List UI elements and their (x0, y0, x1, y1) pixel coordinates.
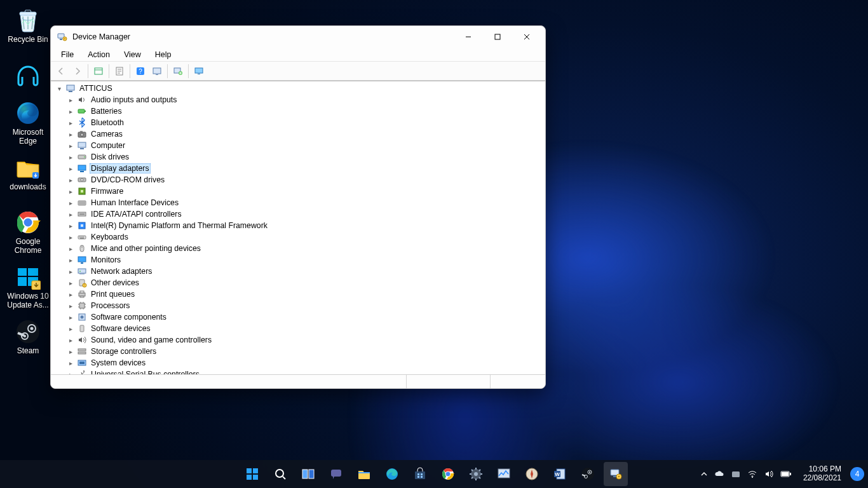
tree-category[interactable]: ▸ Cameras (52, 128, 540, 140)
taskbar-start-icon[interactable] (240, 462, 264, 486)
chevron-right-icon[interactable]: ▸ (66, 233, 75, 241)
menu-file[interactable]: File (55, 49, 80, 60)
menu-view[interactable]: View (118, 49, 147, 60)
toolbar-update-driver[interactable] (170, 64, 186, 79)
tree-category[interactable]: ▸ Universal Serial Bus controllers (52, 369, 540, 374)
tree-category[interactable]: ▸ Print queues (52, 288, 540, 300)
taskbar-device-manager-icon[interactable] (604, 462, 628, 486)
desktop-icon-win10-update[interactable]: Windows 10 Update As... (3, 259, 53, 314)
chevron-right-icon[interactable]: ▸ (66, 336, 75, 344)
taskbar-steam-icon[interactable] (576, 462, 600, 486)
tree-category[interactable]: ▸ Audio inputs and outputs (52, 94, 540, 105)
taskbar-settings-icon[interactable] (464, 462, 488, 486)
tree-category[interactable]: ▸ ! Other devices (52, 277, 540, 288)
chevron-right-icon[interactable]: ▸ (66, 210, 75, 219)
tray-teams-icon[interactable] (731, 469, 741, 479)
chevron-right-icon[interactable]: ▸ (66, 198, 75, 207)
tree-category[interactable]: ▸ Batteries (52, 105, 540, 117)
chevron-down-icon[interactable]: ▾ (55, 84, 64, 93)
taskbar-search-icon[interactable] (268, 462, 292, 486)
chevron-right-icon[interactable]: ▸ (66, 130, 75, 139)
taskbar-file-explorer-icon[interactable] (352, 462, 376, 486)
chevron-right-icon[interactable]: ▸ (66, 347, 75, 356)
desktop-icon-edge[interactable]: Microsoft Edge (3, 95, 53, 150)
toolbar-back[interactable] (53, 64, 69, 79)
chevron-right-icon[interactable]: ▸ (66, 313, 75, 322)
chevron-right-icon[interactable]: ▸ (66, 118, 75, 127)
desktop-icon-recycle-bin[interactable]: Recycle Bin (3, 3, 53, 57)
close-button[interactable] (512, 27, 541, 46)
tree-category[interactable]: ▸ Display adapters (52, 163, 540, 174)
menu-help[interactable]: Help (149, 49, 178, 60)
tree-category[interactable]: ▸ System devices (52, 357, 540, 369)
desktop-icon-downloads[interactable]: downloads (3, 150, 53, 205)
tree-category[interactable]: ▸ Keyboards (52, 231, 540, 243)
tree-category[interactable]: ▸ Sound, video and game controllers (52, 334, 540, 346)
tree-root[interactable]: ▾ ATTICUS (52, 83, 540, 94)
tree-category[interactable]: ▸ Software components (52, 311, 540, 323)
chevron-right-icon[interactable]: ▸ (66, 290, 75, 299)
taskbar-chat-icon[interactable] (324, 462, 348, 486)
tree-category[interactable]: ▸ IDE ATA/ATAPI controllers (52, 208, 540, 220)
taskbar-edge-icon[interactable] (380, 462, 404, 486)
chevron-right-icon[interactable]: ▸ (66, 164, 75, 173)
maximize-button[interactable] (483, 27, 512, 46)
desktop-icon-steam[interactable]: Steam (3, 314, 53, 369)
chevron-right-icon[interactable]: ▸ (66, 370, 75, 374)
menu-action[interactable]: Action (81, 49, 116, 60)
toolbar-properties[interactable] (112, 64, 127, 79)
tray-volume-icon[interactable] (764, 469, 774, 479)
chevron-right-icon[interactable]: ▸ (66, 187, 75, 196)
tree-category[interactable]: ▸ Software devices (52, 323, 540, 334)
taskbar-task-view-icon[interactable] (296, 462, 320, 486)
chevron-right-icon[interactable]: ▸ (66, 221, 75, 230)
minimize-button[interactable] (454, 27, 483, 46)
tree-category[interactable]: ▸ Bluetooth (52, 117, 540, 128)
taskbar-process-explorer-icon[interactable] (492, 462, 516, 486)
tray-wifi-icon[interactable] (747, 469, 757, 479)
svg-rect-60 (79, 293, 85, 296)
chevron-right-icon[interactable]: ▸ (66, 324, 75, 333)
tree-category[interactable]: ▸ Network adapters (52, 266, 540, 277)
device-tree[interactable]: ▾ ATTICUS ▸ Audio inputs and outputs ▸ B… (51, 81, 545, 374)
toolbar-refresh[interactable] (149, 64, 165, 79)
chevron-right-icon[interactable]: ▸ (66, 152, 75, 161)
chevron-right-icon[interactable]: ▸ (66, 267, 75, 276)
tree-category[interactable]: ▸ Mice and other pointing devices (52, 243, 540, 254)
desktop-icon-chrome[interactable]: Google Chrome (3, 205, 53, 259)
tree-category[interactable]: ▸ Monitors (52, 254, 540, 266)
tree-category[interactable]: ▸ Human Interface Devices (52, 197, 540, 208)
tree-category[interactable]: ▸ DVD/CD-ROM drives (52, 174, 540, 186)
taskbar-word-icon[interactable]: W (548, 462, 572, 486)
chevron-right-icon[interactable]: ▸ (66, 358, 75, 367)
tree-category[interactable]: ▸ Processors (52, 300, 540, 311)
chevron-right-icon[interactable]: ▸ (66, 244, 75, 253)
tray-chevron-up-icon[interactable] (700, 470, 708, 478)
tree-category[interactable]: ▸ Firmware (52, 186, 540, 197)
toolbar-forward[interactable] (70, 64, 85, 79)
tree-category[interactable]: ▸ Intel(R) Dynamic Platform and Thermal … (52, 220, 540, 231)
chevron-right-icon[interactable]: ▸ (66, 175, 75, 184)
tree-category[interactable]: ▸ Computer (52, 140, 540, 151)
toolbar-scan-hardware[interactable] (191, 64, 207, 79)
tray-battery-icon[interactable] (780, 470, 792, 478)
chevron-right-icon[interactable]: ▸ (66, 107, 75, 116)
taskbar-microsoft-store-icon[interactable] (408, 462, 432, 486)
titlebar[interactable]: Device Manager (51, 26, 545, 48)
tray-onedrive-icon[interactable] (714, 469, 724, 479)
taskbar-chrome-icon[interactable] (436, 462, 460, 486)
toolbar-show-hidden[interactable] (91, 64, 106, 79)
chevron-right-icon[interactable]: ▸ (66, 95, 75, 104)
chevron-right-icon[interactable]: ▸ (66, 141, 75, 150)
taskbar-clock[interactable]: 10:06 PM 22/08/2021 (798, 465, 846, 483)
window-buttons (454, 27, 541, 46)
taskbar-compass-icon[interactable] (520, 462, 544, 486)
chevron-right-icon[interactable]: ▸ (66, 301, 75, 310)
tree-category[interactable]: ▸ Disk drives (52, 151, 540, 163)
notification-badge[interactable]: 4 (850, 467, 864, 481)
toolbar-help[interactable]: ? (133, 64, 148, 79)
chevron-right-icon[interactable]: ▸ (66, 278, 75, 287)
chevron-right-icon[interactable]: ▸ (66, 255, 75, 264)
tree-category[interactable]: ▸ Storage controllers (52, 346, 540, 357)
desktop-icon-audacity[interactable] (3, 57, 53, 95)
